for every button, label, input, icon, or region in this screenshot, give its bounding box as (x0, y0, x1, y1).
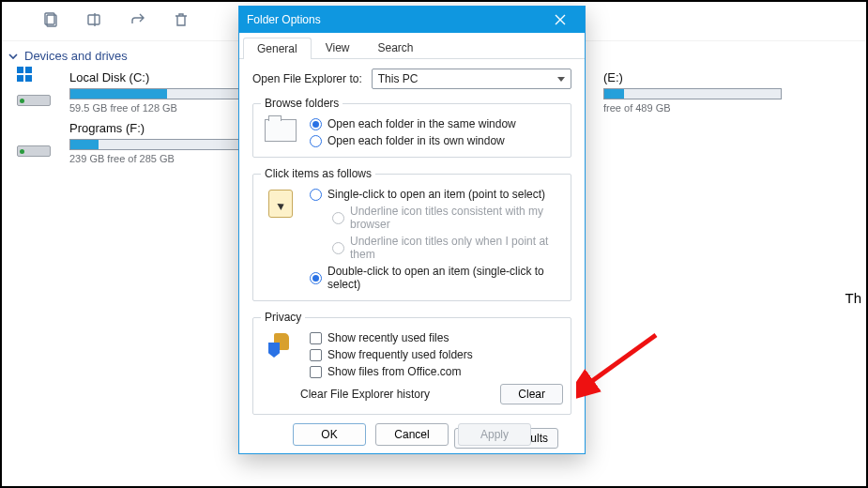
svg-rect-2 (88, 15, 99, 24)
radio-underline-browser: Underline icon titles consistent with my… (332, 205, 563, 231)
clear-button[interactable]: Clear (500, 384, 563, 404)
drive-title: (E:) (603, 70, 836, 84)
apply-button[interactable]: Apply (458, 423, 531, 446)
tab-general[interactable]: General (243, 38, 312, 59)
drive-item[interactable]: Local Disk (C:) 59.5 GB free of 128 GB (11, 67, 255, 117)
section-title: Devices and drives (24, 49, 128, 63)
folder-icon (261, 117, 300, 147)
drive-icon (17, 70, 62, 106)
group-legend: Browse folders (261, 97, 343, 110)
copy-icon[interactable] (43, 11, 60, 31)
radio-own-window[interactable]: Open each folder in its own window (310, 134, 563, 147)
usage-bar (603, 88, 782, 99)
clear-history-label: Clear File Explorer history (300, 388, 430, 401)
chevron-down-icon (8, 51, 19, 62)
select-value: This PC (378, 72, 419, 85)
tabs: General View Search (239, 33, 585, 59)
check-office-files[interactable]: Show files from Office.com (310, 365, 563, 378)
tab-search[interactable]: Search (364, 37, 428, 58)
drive-title: Local Disk (C:) (69, 70, 250, 84)
usage-bar (69, 139, 248, 150)
group-legend: Privacy (261, 311, 305, 324)
pointer-icon (261, 188, 300, 291)
radio-single-click[interactable]: Single-click to open an item (point to s… (310, 188, 563, 201)
check-frequent-folders[interactable]: Show frequently used folders (310, 348, 563, 361)
ok-button[interactable]: OK (293, 423, 366, 446)
browse-folders-group: Browse folders Open each folder in the s… (252, 97, 571, 158)
close-button[interactable] (541, 9, 579, 30)
check-recent-files[interactable]: Show recently used files (310, 331, 563, 344)
tab-view[interactable]: View (312, 37, 364, 58)
drive-icon (17, 121, 62, 157)
cropped-text: Th (845, 290, 861, 306)
privacy-group: Privacy Show recently used files Show fr… (252, 311, 571, 415)
radio-underline-point: Underline icon titles only when I point … (332, 235, 563, 261)
dialog-title: Folder Options (247, 13, 541, 26)
click-items-group: Click items as follows Single-click to o… (252, 167, 571, 301)
group-legend: Click items as follows (261, 167, 375, 180)
radio-same-window[interactable]: Open each folder in the same window (310, 117, 563, 130)
share-icon[interactable] (129, 11, 146, 31)
drive-item[interactable]: (E:) free of 489 GB (598, 67, 842, 117)
rename-icon[interactable] (86, 11, 103, 31)
cancel-button[interactable]: Cancel (375, 423, 449, 446)
delete-icon[interactable] (173, 11, 190, 31)
dialog-footer: OK Cancel Apply (239, 423, 585, 446)
chevron-down-icon (557, 77, 565, 82)
folder-options-dialog: Folder Options General View Search Open … (238, 6, 586, 454)
open-file-explorer-label: Open File Explorer to: (252, 72, 362, 85)
open-file-explorer-select[interactable]: This PC (372, 69, 571, 89)
drive-free-text: free of 489 GB (603, 102, 836, 114)
privacy-icon (261, 331, 300, 378)
radio-double-click[interactable]: Double-click to open an item (single-cli… (310, 265, 563, 291)
usage-bar (69, 88, 248, 99)
titlebar[interactable]: Folder Options (239, 7, 585, 33)
drive-free-text: 59.5 GB free of 128 GB (69, 102, 250, 114)
